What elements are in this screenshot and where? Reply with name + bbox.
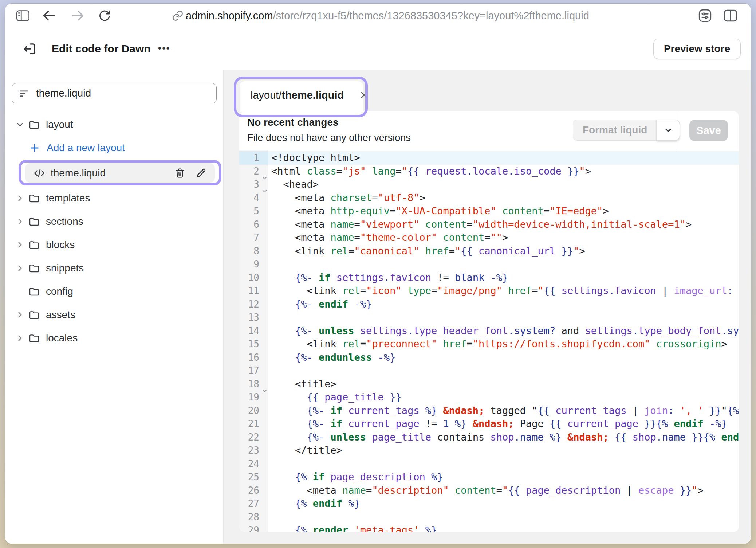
folder-icon <box>28 286 40 297</box>
folder-icon <box>28 193 40 204</box>
sidebar-item-templates[interactable]: templates <box>5 187 223 210</box>
code-line[interactable]: 15 <link rel="preconnect" href="https://… <box>239 337 739 351</box>
code-line[interactable]: 18 <title> <box>239 377 739 391</box>
folder-label: blocks <box>46 239 75 251</box>
sidebar-item-locales[interactable]: locales <box>5 326 223 350</box>
code-line[interactable]: 24 <box>239 457 739 471</box>
format-liquid-button[interactable]: Format liquid <box>573 120 680 141</box>
line-number: 13 <box>239 311 268 324</box>
code-editor[interactable]: 1<!doctype html>2<html class="js" lang="… <box>239 150 739 532</box>
line-number: 10 <box>239 271 268 285</box>
code-line[interactable]: 20 {%- if current_tags %} &ndash; tagged… <box>239 404 739 418</box>
code-line[interactable]: 17 <box>239 364 739 377</box>
chevron-right-icon[interactable] <box>15 217 25 226</box>
search-input[interactable] <box>35 87 210 99</box>
code-line[interactable]: 23 </title> <box>239 444 739 457</box>
folder-label: assets <box>46 309 75 321</box>
reload-icon[interactable] <box>98 9 111 22</box>
code-line[interactable]: 4 <meta charset="utf-8"> <box>239 191 739 205</box>
save-button[interactable]: Save <box>689 120 728 141</box>
back-icon[interactable] <box>42 9 56 22</box>
code-text: {% render 'meta-tags' %} <box>268 524 739 532</box>
code-line[interactable]: 28 <box>239 510 739 524</box>
code-line[interactable]: 6 <meta name="viewport" content="width=d… <box>239 218 739 231</box>
page-title: Edit code for Dawn <box>52 43 151 55</box>
code-line[interactable]: 1<!doctype html> <box>239 151 739 165</box>
code-line[interactable]: 29 {% render 'meta-tags' %} <box>239 524 739 532</box>
code-line[interactable]: 5 <meta http-equiv="X-UA-Compatible" con… <box>239 204 739 218</box>
sidebar-item-config[interactable]: config <box>5 280 223 303</box>
exit-icon[interactable] <box>22 41 37 56</box>
line-number: 23 <box>239 444 268 457</box>
selected-file[interactable]: theme.liquid <box>25 163 215 183</box>
sidebar-item-assets[interactable]: assets <box>5 303 223 326</box>
app-header: Edit code for Dawn ••• Preview store <box>5 28 751 70</box>
close-icon[interactable] <box>359 90 369 100</box>
chevron-right-icon[interactable] <box>15 310 25 320</box>
code-text <box>268 364 739 377</box>
code-line[interactable]: 3 <head> <box>239 178 739 191</box>
line-number: 27 <box>239 497 268 510</box>
content-area: layoutAdd a new layouttheme.liquidtempla… <box>5 70 751 544</box>
sidebar-item-layout[interactable]: layout <box>5 113 223 136</box>
sidebar-toggle-icon[interactable] <box>16 10 30 21</box>
trash-icon[interactable] <box>174 167 186 179</box>
tab-label: layout/theme.liquid <box>251 89 344 101</box>
sidebar-item-theme-liquid[interactable]: theme.liquid <box>5 160 223 187</box>
code-line[interactable]: 21 {%- if current_page != 1 %} &ndash; P… <box>239 417 739 431</box>
folder-icon <box>28 263 40 274</box>
code-line[interactable]: 10 {%- if settings.favicon != blank -%} <box>239 271 739 285</box>
line-number: 18 <box>239 377 268 391</box>
format-liquid-label[interactable]: Format liquid <box>573 120 657 141</box>
add-new-layout-action[interactable]: Add a new layout <box>5 136 223 160</box>
sidebar-item-snippets[interactable]: snippets <box>5 257 223 280</box>
chevron-right-icon[interactable] <box>15 333 25 343</box>
pencil-icon[interactable] <box>195 167 207 179</box>
sidebar-item-sections[interactable]: sections <box>5 210 223 233</box>
url-bar[interactable]: admin.shopify.com/store/rzq1xu-f5/themes… <box>186 10 589 22</box>
chevron-right-icon[interactable] <box>15 193 25 203</box>
code-line[interactable]: 19 {{ page_title }} <box>239 391 739 404</box>
chevron-right-icon[interactable] <box>15 240 25 250</box>
action-label: Add a new layout <box>47 142 125 154</box>
line-number: 11 <box>239 284 268 298</box>
page-settings-icon[interactable] <box>698 8 712 23</box>
chevron-right-icon[interactable] <box>15 263 25 273</box>
code-text: <meta charset="utf-8"> <box>268 191 739 205</box>
code-line[interactable]: 8 <link rel="canonical" href="{{ canonic… <box>239 244 739 258</box>
code-text: {%- endif -%} <box>268 298 739 311</box>
line-number: 8 <box>239 244 268 258</box>
split-view-icon[interactable] <box>723 9 738 22</box>
code-text: </title> <box>268 444 739 457</box>
more-menu-icon[interactable]: ••• <box>158 43 170 53</box>
code-line[interactable]: 22 {%- unless page_title contains shop.n… <box>239 431 739 444</box>
code-line[interactable]: 14 {%- unless settings.type_header_font.… <box>239 324 739 338</box>
code-line[interactable]: 13 <box>239 311 739 324</box>
browser-window: admin.shopify.com/store/rzq1xu-f5/themes… <box>5 4 751 544</box>
line-number: 12 <box>239 298 268 311</box>
line-number: 7 <box>239 231 268 244</box>
code-line[interactable]: 9 <box>239 258 739 271</box>
file-search[interactable] <box>12 83 217 103</box>
code-text: <meta name="theme-color" content=""> <box>268 231 739 244</box>
code-line[interactable]: 27 {% endif %} <box>239 497 739 510</box>
code-icon <box>33 168 46 179</box>
line-number: 28 <box>239 510 268 524</box>
open-file-tab[interactable]: layout/theme.liquid <box>240 81 363 112</box>
folder-icon <box>28 119 40 130</box>
sidebar-item-blocks[interactable]: blocks <box>5 233 223 257</box>
line-number: 22 <box>239 431 268 444</box>
chevron-down-icon[interactable] <box>15 120 25 129</box>
code-text <box>268 510 739 524</box>
preview-store-button[interactable]: Preview store <box>653 39 741 59</box>
code-line[interactable]: 26 <meta name="description" content="{{ … <box>239 484 739 497</box>
code-line[interactable]: 25 {% if page_description %} <box>239 470 739 484</box>
forward-icon[interactable] <box>71 9 85 22</box>
editor-panel: No recent changes File does not have any… <box>239 111 739 532</box>
code-line[interactable]: 12 {%- endif -%} <box>239 298 739 311</box>
code-line[interactable]: 11 <link rel="icon" type="image/png" hre… <box>239 284 739 298</box>
code-line[interactable]: 2<html class="js" lang="{{ request.local… <box>239 165 739 178</box>
code-line[interactable]: 7 <meta name="theme-color" content=""> <box>239 231 739 244</box>
code-line[interactable]: 16 {%- endunless -%} <box>239 351 739 364</box>
line-number: 1 <box>239 151 268 165</box>
